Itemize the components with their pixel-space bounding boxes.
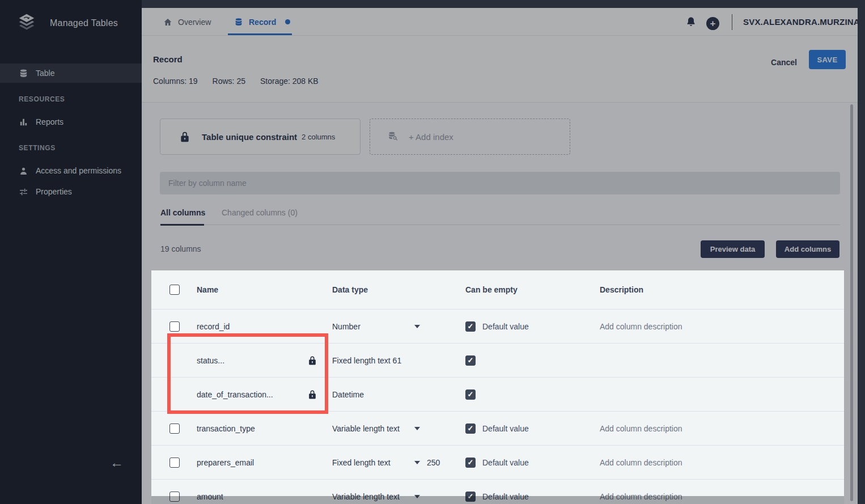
sidebar-section-settings: SETTINGS bbox=[19, 144, 56, 152]
person-icon bbox=[19, 166, 28, 176]
brand: Managed Tables bbox=[16, 12, 118, 34]
data-type-select[interactable]: Variable length text bbox=[332, 424, 414, 433]
stat-storage: Storage: 208 KB bbox=[260, 77, 319, 86]
add-index-button[interactable]: + Add index bbox=[370, 118, 570, 155]
sidebar-item-access-permissions[interactable]: Access and permissions bbox=[0, 161, 142, 180]
sidebar-item-label: Access and permissions bbox=[36, 166, 121, 175]
sliders-icon bbox=[19, 187, 28, 197]
notifications-button[interactable] bbox=[685, 16, 697, 30]
lock-icon bbox=[308, 389, 316, 399]
add-new-button[interactable]: + bbox=[706, 17, 719, 30]
table-row: record_id Number ✓ Default value Add col… bbox=[151, 309, 844, 343]
default-value-label: Default value bbox=[482, 322, 529, 331]
database-search-icon bbox=[387, 131, 398, 142]
chevron-down-icon[interactable] bbox=[414, 427, 420, 430]
can-be-empty-checkbox[interactable]: ✓ bbox=[465, 321, 476, 332]
data-type-label: Datetime bbox=[332, 390, 364, 399]
add-description-link[interactable]: Add column description bbox=[600, 322, 682, 331]
columns-table: Name Data type Can be empty Description … bbox=[151, 270, 844, 504]
table-row: amount Variable length text ✓ Default va… bbox=[151, 479, 844, 504]
can-be-empty-checkbox[interactable]: ✓ bbox=[465, 423, 476, 434]
stat-columns: Columns: 19 bbox=[153, 77, 198, 86]
can-be-empty-checkbox[interactable]: ✓ bbox=[465, 458, 476, 468]
topbar-divider bbox=[732, 14, 732, 30]
preview-data-button[interactable]: Preview data bbox=[701, 240, 765, 258]
app-title: Managed Tables bbox=[50, 18, 118, 28]
sidebar: Managed Tables Table RESOURCES Reports S… bbox=[0, 0, 142, 504]
user-account-menu[interactable]: SVX.ALEXANDRA.MURZINA bbox=[743, 8, 860, 36]
row-checkbox[interactable] bbox=[169, 458, 180, 468]
column-name: preparers_email bbox=[197, 458, 254, 467]
add-description-link[interactable]: Add column description bbox=[600, 458, 682, 467]
stat-rows: Rows: 25 bbox=[213, 77, 245, 86]
sidebar-item-properties[interactable]: Properties bbox=[0, 182, 142, 201]
column-name: record_id bbox=[197, 322, 230, 331]
bell-icon bbox=[685, 16, 697, 28]
chevron-down-icon[interactable] bbox=[414, 325, 420, 328]
data-type-select[interactable]: Fixed length text bbox=[332, 458, 414, 467]
select-all-checkbox[interactable] bbox=[169, 285, 180, 295]
sidebar-item-label: Properties bbox=[36, 187, 72, 196]
app-logo-icon bbox=[16, 12, 37, 34]
can-be-empty-checkbox[interactable]: ✓ bbox=[465, 492, 476, 502]
table-row-locked: date_of_transaction... Datetime ✓ bbox=[151, 377, 844, 411]
constraint-title: Table unique constraint bbox=[202, 132, 297, 142]
home-icon bbox=[163, 18, 172, 27]
page-header: Record Columns: 19 Rows: 25 Storage: 208… bbox=[142, 36, 858, 103]
table-row-locked: status... Fixed length text 61 ✓ bbox=[151, 343, 844, 377]
col-header-description: Description bbox=[600, 285, 643, 294]
filter-columns-input[interactable] bbox=[160, 172, 840, 194]
row-checkbox[interactable] bbox=[169, 492, 180, 502]
row-checkbox[interactable] bbox=[169, 321, 180, 332]
tab-label: Overview bbox=[178, 18, 211, 27]
column-name: status... bbox=[197, 356, 224, 365]
table-row: preparers_email Fixed length text 250 ✓ … bbox=[151, 445, 844, 479]
table-row: transaction_type Variable length text ✓ … bbox=[151, 411, 844, 445]
app-window: Managed Tables Table RESOURCES Reports S… bbox=[0, 0, 865, 504]
table-stats: Columns: 19 Rows: 25 Storage: 208 KB bbox=[153, 77, 319, 86]
sidebar-item-table[interactable]: Table bbox=[0, 63, 142, 83]
database-icon bbox=[19, 69, 28, 78]
vertical-scrollbar[interactable] bbox=[850, 104, 853, 501]
arrow-left-icon: ← bbox=[110, 455, 124, 470]
chevron-down-icon[interactable] bbox=[414, 461, 420, 464]
topbar: Overview Record + SVX.ALEXANDRA.MURZINA bbox=[142, 8, 858, 36]
add-columns-button[interactable]: Add columns bbox=[776, 240, 839, 258]
col-header-type: Data type bbox=[332, 285, 368, 294]
chevron-down-icon[interactable] bbox=[414, 495, 420, 498]
active-column-tab-underline bbox=[160, 224, 204, 226]
cancel-button[interactable]: Cancel bbox=[771, 58, 797, 67]
active-tab-underline bbox=[228, 33, 292, 35]
tab-changed-columns[interactable]: Changed columns (0) bbox=[222, 208, 298, 217]
default-value-label: Default value bbox=[482, 492, 529, 501]
tab-overview[interactable]: Overview bbox=[163, 8, 211, 36]
columns-count-label: 19 columns bbox=[160, 244, 201, 253]
data-type-select[interactable]: Number bbox=[332, 322, 414, 331]
add-description-link[interactable]: Add column description bbox=[600, 492, 682, 501]
collapse-sidebar-button[interactable]: ← bbox=[110, 456, 124, 469]
plus-icon: + bbox=[710, 19, 716, 28]
can-be-empty-checkbox[interactable]: ✓ bbox=[465, 355, 476, 366]
can-be-empty-checkbox[interactable]: ✓ bbox=[465, 389, 476, 400]
column-tabs: All columns Changed columns (0) bbox=[160, 205, 840, 225]
tab-all-columns[interactable]: All columns bbox=[160, 208, 205, 217]
add-description-link[interactable]: Add column description bbox=[600, 424, 682, 433]
row-checkbox[interactable] bbox=[169, 423, 180, 434]
column-name: date_of_transaction... bbox=[197, 390, 273, 399]
constraint-columns-badge: 2 columns bbox=[302, 133, 335, 141]
data-type-select[interactable]: Variable length text bbox=[332, 492, 414, 501]
unique-constraint-card[interactable]: Table unique constraint 2 columns bbox=[160, 118, 361, 155]
table-header-row: Name Data type Can be empty Description bbox=[151, 270, 844, 309]
tab-record[interactable]: Record bbox=[234, 8, 290, 36]
save-button[interactable]: SAVE bbox=[809, 50, 846, 69]
sidebar-item-label: Table bbox=[36, 69, 54, 78]
length-value[interactable]: 250 bbox=[427, 458, 440, 467]
default-value-label: Default value bbox=[482, 424, 529, 433]
col-header-empty: Can be empty bbox=[465, 285, 518, 294]
page-title: Record bbox=[153, 54, 183, 64]
sidebar-item-reports[interactable]: Reports bbox=[0, 112, 142, 132]
default-value-label: Default value bbox=[482, 458, 529, 467]
tab-label: Record bbox=[249, 18, 276, 27]
sidebar-item-label: Reports bbox=[36, 117, 63, 126]
add-index-label: + Add index bbox=[409, 132, 453, 142]
